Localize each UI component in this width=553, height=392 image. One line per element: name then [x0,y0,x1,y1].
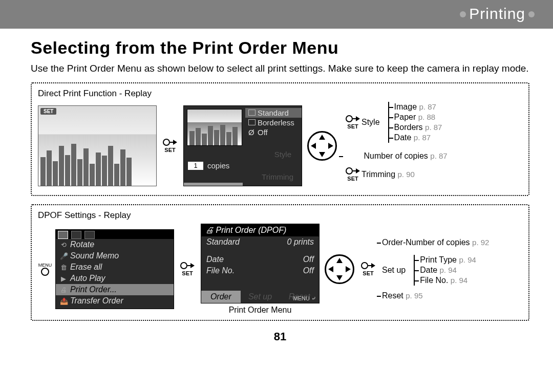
header-bar: Printing [0,0,553,29]
menu-print-order[interactable]: 🖨Print Order... [56,284,174,295]
intro-text: Use the Print Order Menu as shown below … [31,62,529,75]
dpof-title: 🖨 Print Order (DPOF) [201,224,319,236]
menu-button-icon [41,268,49,276]
direct-print-box: Direct Print Function - Replay SET SET S… [31,82,529,196]
menu-auto-play[interactable]: ▶Auto Play [56,273,174,284]
section-title: Printing [457,5,538,23]
set-connector: SET [344,167,361,182]
tab-icon[interactable] [58,231,68,239]
style-option-borderless[interactable]: Borderless [245,118,302,127]
style-tree: SET Style Image p. 87 Paper p. 88 Border… [344,102,448,190]
dot-icon [528,11,535,17]
style-row-dim: Style [184,149,302,160]
menu-button-indicator: MENU [38,263,52,276]
tab-icon[interactable] [71,231,81,239]
set-label: SET [182,270,193,276]
dot-icon [460,11,466,17]
ref-image: Image p. 87 [394,102,442,112]
set-label: SET [363,270,373,276]
cancel-button[interactable]: Cancel [243,183,302,186]
menu-sound-memo[interactable]: 🎤Sound Memo [56,250,174,262]
dpof-row-standard: Standard0 prints [201,236,319,248]
trimming-row-dim: Trimming [184,171,302,183]
menu-return-label: MENU ⤶ [293,295,316,302]
box1-label: Direct Print Function - Replay [38,89,522,99]
menu-erase-all[interactable]: 🗑Erase all [56,262,174,273]
dpof-box: DPOF Settings - Replay MENU ⟲Rotate 🎤Sou… [31,204,529,321]
menu-rotate[interactable]: ⟲Rotate [56,239,174,250]
replay-tabs [56,230,174,239]
set-badge: SET [40,108,56,115]
ref-order-copies: Order-Number of copies p. 92 [382,237,489,248]
tab-icon[interactable] [84,231,95,239]
box2-label: DPOF Settings - Replay [38,210,522,221]
dpad-icon [325,254,354,284]
set-label: SET [347,176,358,182]
style-option-off[interactable]: ØOff [245,127,302,137]
ref-borders: Borders p. 87 [394,122,442,133]
setup-branch-label: Set up [382,266,406,275]
ref-date: Date p. 94 [420,265,476,275]
set-connector: SET [344,115,361,129]
dpof-tree: Order-Number of copies p. 92 Set up Prin… [382,237,489,301]
set-connector: SET [160,139,180,153]
ref-print-type: Print Type p. 94 [420,255,476,265]
dpof-row-fileno: File No.Off [201,265,319,276]
dpof-screen: 🖨 Print Order (DPOF) Standard0 prints Da… [201,224,320,303]
thumb-photo [187,109,242,146]
print-button[interactable]: Print [184,183,243,186]
ref-reset: Reset p. 95 [382,291,489,301]
copies-row[interactable]: 1copies [184,160,302,171]
ref-copies: Number of copies p. 87 [344,151,448,161]
dpof-row-date: DateOff [201,254,319,265]
page-number: 81 [31,330,529,343]
dpof-caption: Print Order Menu [201,306,320,315]
replay-photo: SET [38,105,157,186]
set-connector: SET [359,262,377,276]
ref-file-no: File No. p. 94 [420,275,476,286]
ref-date: Date p. 87 [394,133,442,143]
page-title: Selecting from the Print Order Menu [31,38,529,58]
section-title-text: Printing [469,5,525,22]
menu-label: MENU [38,263,52,268]
ref-paper: Paper p. 88 [394,112,442,122]
ref-trimming: Trimming p. 90 [361,170,415,179]
dpad-icon [307,131,337,161]
set-connector: SET [177,262,198,276]
print-style-screen: Standard Borderless ØOff Style 1copies T… [183,105,302,186]
style-option-standard[interactable]: Standard [245,108,302,118]
dpof-order-button[interactable]: Order [201,291,241,303]
set-label: SET [347,123,358,129]
style-branch-label: Style [361,118,380,127]
replay-menu-screen: ⟲Rotate 🎤Sound Memo 🗑Erase all ▶Auto Pla… [55,229,174,309]
dpof-setup-button[interactable]: Set up [241,291,280,303]
menu-transfer-order[interactable]: 📤Transfer Order [56,295,174,307]
set-label: SET [164,147,175,153]
